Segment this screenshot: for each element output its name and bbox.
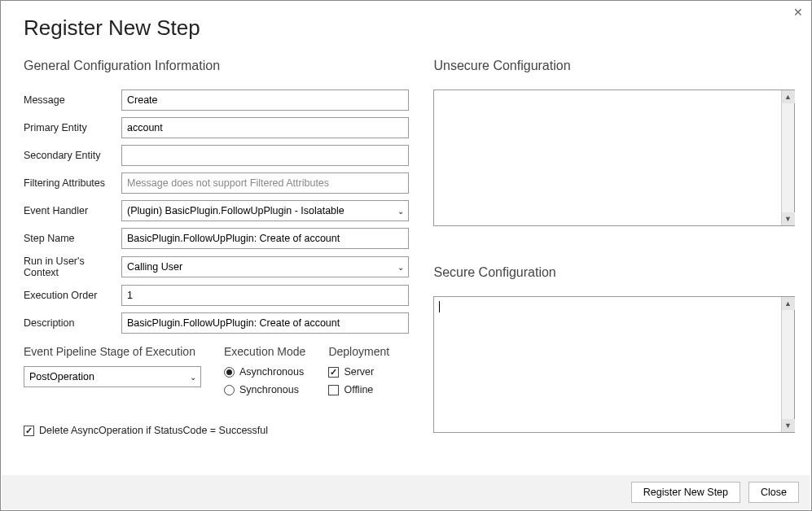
server-checkbox[interactable]: Server xyxy=(328,366,389,378)
sync-label: Synchronous xyxy=(239,384,299,395)
description-input[interactable] xyxy=(121,312,409,334)
server-label: Server xyxy=(344,366,374,378)
checkbox-icon xyxy=(328,385,339,395)
step-name-label: Step Name xyxy=(24,233,121,244)
offline-label: Offline xyxy=(344,384,373,395)
event-handler-select[interactable] xyxy=(121,200,409,221)
scroll-down-icon[interactable]: ▼ xyxy=(782,212,795,225)
delete-asyncop-label: Delete AsyncOperation if StatusCode = Su… xyxy=(39,425,268,436)
radio-icon xyxy=(224,367,235,378)
execution-mode-title: Execution Mode xyxy=(224,345,305,358)
secondary-entity-input[interactable] xyxy=(121,145,409,166)
primary-entity-input[interactable] xyxy=(121,117,409,138)
delete-asyncop-checkbox[interactable]: Delete AsyncOperation if StatusCode = Su… xyxy=(24,425,409,436)
text-cursor xyxy=(439,301,440,312)
offline-checkbox[interactable]: Offline xyxy=(328,384,389,395)
unsecure-config-textarea[interactable] xyxy=(433,90,795,226)
message-label: Message xyxy=(24,94,121,106)
checkbox-icon xyxy=(24,426,34,436)
execution-order-label: Execution Order xyxy=(24,290,121,301)
unsecure-title: Unsecure Configuration xyxy=(433,59,795,73)
primary-entity-label: Primary Entity xyxy=(24,122,121,133)
secure-config-textarea[interactable] xyxy=(433,296,795,433)
async-radio[interactable]: Asynchronous xyxy=(224,366,305,378)
radio-icon xyxy=(224,385,235,395)
message-input[interactable] xyxy=(121,90,409,111)
description-label: Description xyxy=(24,317,121,329)
close-button[interactable]: Close xyxy=(748,482,799,503)
checkbox-icon xyxy=(328,367,339,378)
run-context-select[interactable] xyxy=(121,256,409,277)
deployment-title: Deployment xyxy=(328,345,389,358)
scrollbar[interactable]: ▲ ▼ xyxy=(781,297,794,432)
register-new-step-button[interactable]: Register New Step xyxy=(631,482,740,503)
dialog-title: Register New Step xyxy=(24,15,811,41)
sync-radio[interactable]: Synchronous xyxy=(224,384,305,395)
filtering-attributes-input[interactable] xyxy=(121,173,409,194)
secure-title: Secure Configuration xyxy=(433,265,795,280)
execution-order-input[interactable] xyxy=(121,285,409,306)
scroll-up-icon[interactable]: ▲ xyxy=(782,90,795,103)
general-section-title: General Configuration Information xyxy=(24,59,409,73)
pipeline-stage-select[interactable] xyxy=(24,366,201,387)
run-context-label: Run in User's Context xyxy=(24,256,121,278)
pipeline-title: Event Pipeline Stage of Execution xyxy=(24,345,201,358)
async-label: Asynchronous xyxy=(239,366,304,378)
scroll-up-icon[interactable]: ▲ xyxy=(782,297,795,310)
scrollbar[interactable]: ▲ ▼ xyxy=(781,90,794,225)
event-handler-label: Event Handler xyxy=(24,205,121,216)
close-icon[interactable]: ✕ xyxy=(793,6,803,19)
dialog-footer: Register New Step Close xyxy=(2,475,810,509)
step-name-input[interactable] xyxy=(121,228,409,249)
scroll-down-icon[interactable]: ▼ xyxy=(782,419,795,432)
filtering-attributes-label: Filtering Attributes xyxy=(24,177,121,189)
secondary-entity-label: Secondary Entity xyxy=(24,150,121,161)
